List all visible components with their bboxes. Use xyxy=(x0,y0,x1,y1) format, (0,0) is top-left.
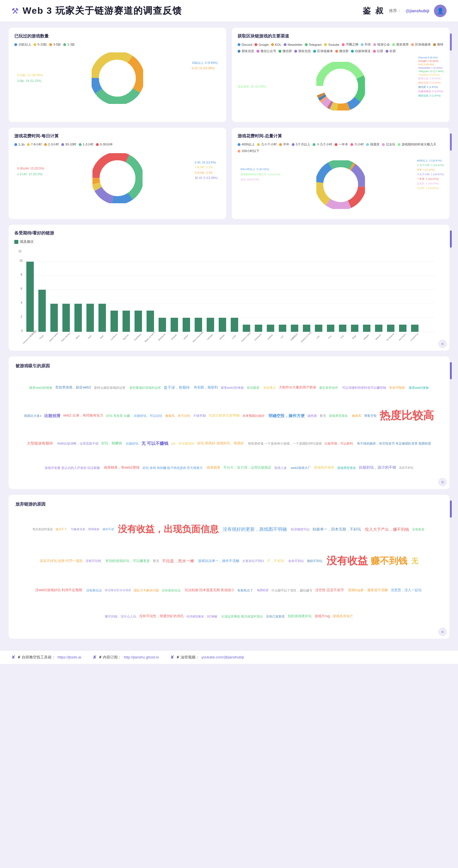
label: 0-30分钟: 13 (32.5%) xyxy=(17,166,44,170)
legend-item: 5个月以上 xyxy=(292,142,310,147)
svg-text:Crystal Fun: Crystal Fun xyxy=(410,333,419,342)
chart2-left-labels: 朋友推荐: 46 (42.99%) xyxy=(238,84,266,89)
legend-item: 半年 xyxy=(279,142,289,147)
legend-dot xyxy=(279,143,282,146)
chart-games-count: 已玩过的游戏数量 10款以上 5-10款 3-5款 xyxy=(8,28,226,122)
footer-content-label: ✘ 内容订阅： xyxy=(99,655,122,660)
legend-dot xyxy=(335,50,338,53)
word: 明确空投，操作方便 xyxy=(268,413,305,418)
legend-dot xyxy=(79,143,82,146)
chart3-left: 0-30分钟: 13 (32.5%) 1-2小时: 13 (32.5%) xyxy=(17,166,44,176)
label: Google 1 (0.93%) xyxy=(418,60,444,62)
word: 投入大于产出，赚不到钱 xyxy=(364,526,410,532)
chart2-legend: Discord Google KOL Newsletter Telegram Y… xyxy=(238,42,444,53)
label: 2-3小时: 2.1% xyxy=(195,171,218,175)
word: 游戏开发量 是认识的人开发的 玩法新颖 xyxy=(44,465,101,470)
legend-label: 1-3款 xyxy=(67,42,75,46)
word: 有话题度 xyxy=(246,385,260,390)
legend-item: 区块链媒体 xyxy=(411,42,431,46)
svg-text:Cards of Glory: Cards of Glory xyxy=(241,332,252,342)
word: 腰不到钱，没什么人玩 xyxy=(104,614,137,619)
legend-label: 游戏期间的时候大概几天 xyxy=(402,142,436,147)
legend-dot xyxy=(238,150,240,153)
legend-dot xyxy=(257,143,260,146)
label: 30-10: 5 (13.28%) xyxy=(195,176,218,180)
scroll-button[interactable]: ⊙ xyxy=(438,478,447,486)
legend-dot xyxy=(386,50,389,53)
word: 有新热点了 xyxy=(237,588,254,593)
word: 没意思，没人一起玩 xyxy=(390,588,423,593)
bar xyxy=(387,324,394,332)
chart-channels: 获取区块链游戏的主要渠道 Discord Google KOL Newslett… xyxy=(232,28,450,122)
legend-label: 半年 xyxy=(283,142,289,147)
word: 别的游戏更好玩 xyxy=(287,614,313,619)
scroll-button[interactable]: ⊙ xyxy=(438,628,447,636)
legend-item: 朋友信息 xyxy=(238,49,254,53)
legend-item: 十几个小时 xyxy=(313,142,332,147)
label: 2-3h: 10 (13.5%) xyxy=(195,161,218,164)
bar xyxy=(291,324,298,332)
word-large: 热度比较高 xyxy=(379,408,435,423)
footer-content-link[interactable]: http://jianshu.ghost.io xyxy=(124,655,159,659)
legend-item: 一年本 xyxy=(335,142,348,147)
word: 印象差失多，荣维绪多 xyxy=(70,527,100,531)
word: 凑热闹 xyxy=(307,413,318,418)
word: 什么都可以了坐区，越玩越亏 xyxy=(271,588,313,593)
svg-text:10: 10 xyxy=(20,259,23,262)
word: 没有新意 xyxy=(411,527,425,532)
legend-dot xyxy=(366,143,369,146)
word: web2游戏大厂 xyxy=(290,465,312,470)
svg-text:Pixels: Pixels xyxy=(39,334,44,340)
svg-text:8: 8 xyxy=(21,273,22,276)
svg-text:Axe.name: Axe.name xyxy=(398,333,406,341)
word: 是想要做好游戏的运营 xyxy=(128,385,162,390)
label: 几小时: 1 (16.67%) xyxy=(417,186,444,190)
chart4-title: 游戏花费时间-总量计算 xyxy=(238,133,444,139)
legend-dot xyxy=(342,43,345,46)
footer-video-link[interactable]: youtube.com/@jianshubiji xyxy=(202,655,244,659)
word: 没有可玩性，明显挖矿的夯氏 xyxy=(138,614,185,619)
bar xyxy=(279,324,286,332)
legend-item: 六小时 xyxy=(350,142,364,147)
svg-text:Nyan Heroes: Nyan Heroes xyxy=(61,332,71,342)
bar-chart-svg: 0 2 4 6 8 10 12 Hero xyxy=(14,247,438,344)
legend-label: 过去玩 xyxy=(386,142,395,147)
legend-dot xyxy=(324,43,327,46)
footer-tool-link[interactable]: https://jtools.ai xyxy=(58,655,81,659)
word-large: 没有收益 xyxy=(326,554,369,568)
legend-dot xyxy=(335,143,337,146)
legend-label: 六小时 xyxy=(355,142,364,147)
legend-label: 微信群 xyxy=(339,49,349,53)
bar xyxy=(183,318,190,332)
word-large: 无 xyxy=(410,556,419,566)
header-icon: ⚒ xyxy=(11,6,19,16)
word: 盘子深，有期待 xyxy=(163,385,191,391)
legend-dot xyxy=(433,43,436,46)
svg-text:The Beacon: The Beacon xyxy=(386,332,395,342)
label: 十几个小时: 1 (16.67%) xyxy=(417,163,444,167)
svg-text:phisgral: phisgral xyxy=(171,334,177,340)
label: 一年本: 1 (16.67%) xyxy=(417,177,444,181)
svg-text:4: 4 xyxy=(21,301,22,304)
word: 有不错的融资，有空投发币 有足够团队背景 氛围程度 xyxy=(356,441,432,446)
legend-label: 2-3h xyxy=(18,143,25,146)
legend-label: 朋友信息 xyxy=(242,49,254,53)
word: 不，不好玩 xyxy=(266,559,285,564)
word-large: 赚不到钱 xyxy=(370,555,408,567)
legend-dot xyxy=(256,50,259,53)
svg-text:Unimate: Unimate xyxy=(207,334,213,340)
word: 没web2游戏好玩 利润不足预期 xyxy=(34,588,83,593)
legend-label: 30-10时 xyxy=(65,142,77,147)
legend-dot xyxy=(351,50,354,53)
word: 博客空投 xyxy=(363,413,377,418)
word: 好玩，能赚钱 xyxy=(100,441,123,446)
bar-legend-dot xyxy=(14,240,18,244)
bar xyxy=(339,324,346,332)
scroll-button[interactable]: ⊙ xyxy=(438,340,447,348)
legend-item: 2-3小时 xyxy=(44,142,59,147)
legend-label: 微信群 xyxy=(282,49,292,53)
word: 游戏类型喜欢 xyxy=(328,413,349,418)
legend-item: 1-3款 xyxy=(63,42,75,46)
chart-total-time: 游戏花费时间-总量计算 400h以上 几十个小时 半年 5个月以上 十几个小时 … xyxy=(232,128,450,219)
legend-dot xyxy=(382,143,385,146)
